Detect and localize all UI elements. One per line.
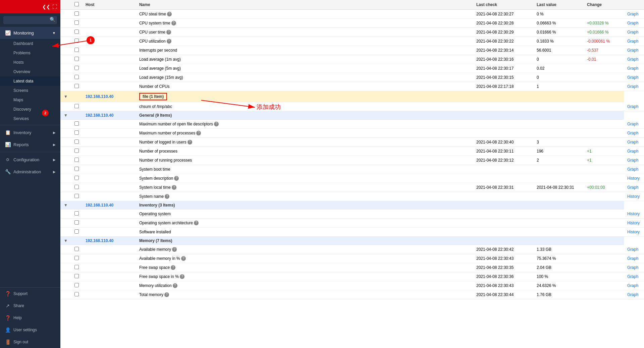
action-link[interactable]: Graph (627, 39, 638, 44)
row-checkbox-cell[interactable] (71, 165, 82, 174)
sidebar-item-user-settings[interactable]: 👤 User settings (0, 324, 60, 336)
action-link[interactable]: Graph (627, 66, 638, 71)
row-checkbox-cell[interactable] (71, 174, 82, 183)
help-tooltip-icon[interactable]: ? (171, 21, 176, 25)
row-checkbox-cell[interactable] (71, 120, 82, 129)
action-link[interactable]: Graph (627, 167, 638, 172)
action-link[interactable]: History (627, 230, 640, 234)
row-checkbox[interactable] (74, 283, 79, 287)
row-checkbox-cell[interactable] (71, 210, 82, 219)
row-checkbox[interactable] (74, 158, 79, 162)
sidebar-item-monitoring[interactable]: 📈 Monitoring ▼ (0, 27, 60, 39)
host-link[interactable]: 192.168.110.40 (86, 113, 113, 118)
row-action-cell[interactable]: Graph (624, 37, 644, 46)
row-checkbox-cell[interactable] (71, 64, 82, 73)
sidebar-item-screens[interactable]: Screens (0, 86, 60, 95)
help-tooltip-icon[interactable]: ? (166, 30, 171, 35)
help-tooltip-icon[interactable]: ? (180, 274, 184, 279)
sidebar-item-reports[interactable]: 📊 Reports ▶ (0, 138, 60, 151)
sidebar-item-maps[interactable]: Maps (0, 95, 60, 105)
host-link[interactable]: 192.168.110.40 (86, 238, 113, 243)
help-tooltip-icon[interactable]: ? (214, 122, 219, 126)
row-action-cell[interactable]: Graph (624, 183, 644, 192)
help-tooltip-icon[interactable]: ? (181, 256, 186, 261)
row-checkbox[interactable] (74, 211, 79, 216)
row-checkbox-cell[interactable] (71, 28, 82, 37)
action-link[interactable]: Graph (627, 30, 638, 35)
row-action-cell[interactable]: History (624, 174, 644, 183)
row-checkbox[interactable] (74, 247, 79, 251)
help-tooltip-icon[interactable]: ? (194, 221, 199, 225)
row-checkbox-cell[interactable] (71, 46, 82, 55)
row-checkbox-cell[interactable] (71, 228, 82, 237)
collapse-icon[interactable]: ❮❮ (42, 4, 50, 9)
action-link[interactable]: Graph (627, 247, 638, 252)
row-checkbox-cell[interactable] (71, 102, 82, 111)
row-action-cell[interactable]: History (624, 210, 644, 219)
row-action-cell[interactable]: Graph (624, 46, 644, 55)
row-checkbox[interactable] (74, 167, 79, 171)
help-tooltip-icon[interactable]: ? (196, 131, 201, 135)
row-action-cell[interactable]: Graph (624, 55, 644, 64)
row-checkbox-cell[interactable] (71, 82, 82, 91)
action-link[interactable]: Graph (627, 149, 638, 154)
help-tooltip-icon[interactable]: ? (165, 194, 169, 199)
row-action-cell[interactable]: Graph (624, 245, 644, 254)
sidebar-item-services[interactable]: Services (0, 114, 60, 123)
collapse-row-icon[interactable]: ▼ (64, 238, 68, 243)
row-checkbox[interactable] (74, 194, 79, 198)
collapse-row-icon[interactable]: ▼ (64, 203, 68, 208)
sidebar-item-discovery[interactable]: Discovery (0, 105, 60, 114)
action-link[interactable]: History (627, 194, 640, 199)
row-checkbox[interactable] (74, 220, 79, 225)
action-link[interactable]: Graph (627, 185, 638, 190)
help-tooltip-icon[interactable]: ? (172, 185, 176, 190)
row-action-cell[interactable]: Graph (624, 82, 644, 91)
row-action-cell[interactable]: Graph (624, 156, 644, 165)
row-action-cell[interactable]: Graph (624, 254, 644, 263)
help-tooltip-icon[interactable]: ? (164, 292, 169, 297)
action-link[interactable]: Graph (627, 122, 638, 126)
row-checkbox-cell[interactable] (71, 245, 82, 254)
row-checkbox[interactable] (74, 139, 79, 144)
help-tooltip-icon[interactable]: ? (172, 247, 177, 252)
host-link[interactable]: 192.168.110.40 (86, 203, 113, 208)
row-action-cell[interactable]: Graph (624, 290, 644, 299)
expand-cell[interactable]: ▼ (60, 201, 71, 210)
action-link[interactable]: Graph (627, 274, 638, 279)
action-link[interactable]: Graph (627, 265, 638, 270)
row-checkbox[interactable] (74, 130, 79, 135)
sidebar-item-inventory[interactable]: 📋 Inventory ▶ (0, 126, 60, 138)
row-checkbox-cell[interactable] (71, 19, 82, 28)
search-input[interactable] (3, 16, 57, 24)
expand-icon[interactable]: ⛶ (52, 4, 57, 9)
action-link[interactable]: Graph (627, 256, 638, 261)
row-action-cell[interactable]: Graph (624, 272, 644, 281)
sidebar-item-administration[interactable]: 🔧 Administration ▶ (0, 166, 60, 178)
row-checkbox[interactable] (74, 66, 79, 70)
row-checkbox[interactable] (74, 229, 79, 234)
row-checkbox-cell[interactable] (71, 183, 82, 192)
action-link[interactable]: Graph (627, 131, 638, 135)
row-checkbox-cell[interactable] (71, 138, 82, 147)
sidebar-item-support[interactable]: ❓ Support (0, 288, 60, 300)
sidebar-item-overview[interactable]: Overview (0, 67, 60, 76)
action-link[interactable]: Graph (627, 158, 638, 163)
expand-cell[interactable]: ▼ (60, 91, 71, 102)
row-action-cell[interactable]: Graph (624, 102, 644, 111)
row-checkbox-cell[interactable] (71, 37, 82, 46)
help-tooltip-icon[interactable]: ? (187, 140, 192, 144)
action-link[interactable]: History (627, 212, 640, 216)
row-checkbox[interactable] (74, 57, 79, 61)
row-checkbox-cell[interactable] (71, 219, 82, 228)
row-action-cell[interactable]: Graph (624, 73, 644, 82)
help-tooltip-icon[interactable]: ? (173, 283, 177, 288)
sidebar-item-latest-data[interactable]: Latest data (0, 76, 60, 86)
sidebar-item-problems[interactable]: Problems (0, 48, 60, 58)
action-link[interactable]: Graph (627, 292, 638, 297)
row-checkbox-cell[interactable] (71, 147, 82, 156)
row-checkbox[interactable] (74, 256, 79, 260)
collapse-row-icon[interactable]: ▼ (64, 113, 68, 118)
row-checkbox-cell[interactable] (71, 290, 82, 299)
row-checkbox[interactable] (74, 39, 79, 43)
